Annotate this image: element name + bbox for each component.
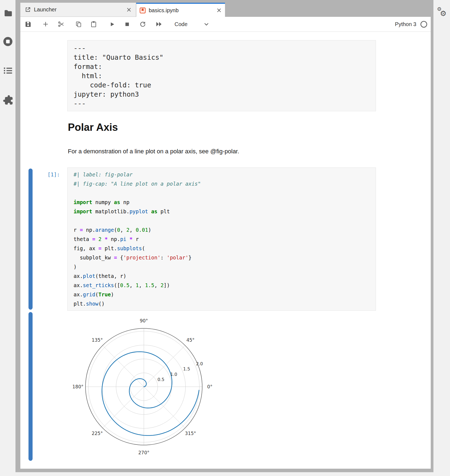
save-button[interactable] bbox=[24, 17, 31, 31]
tab-label: basics.ipynb bbox=[149, 7, 179, 14]
kernel-status-icon[interactable] bbox=[420, 21, 427, 28]
table-of-contents-icon[interactable] bbox=[2, 65, 13, 76]
file-browser-icon[interactable] bbox=[2, 8, 13, 18]
svg-text:1.0: 1.0 bbox=[170, 372, 177, 377]
code-cell-editor[interactable]: #| label: fig-polar#| fig-cap: "A line p… bbox=[67, 167, 376, 311]
interrupt-kernel-button[interactable] bbox=[123, 17, 131, 31]
cell-type-label: Code bbox=[175, 21, 188, 27]
insert-cell-button[interactable] bbox=[42, 17, 49, 31]
right-panel-strip: ⚙ ⚙ bbox=[433, 0, 450, 476]
svg-text:0.5: 0.5 bbox=[157, 377, 164, 382]
tab-bar: Launcher basics.ipynb bbox=[20, 3, 431, 17]
svg-text:270°: 270° bbox=[138, 450, 150, 455]
cut-cells-button[interactable] bbox=[58, 17, 65, 31]
yaml-cell[interactable]: --- title: "Quarto Basics" format: html:… bbox=[67, 40, 376, 111]
markdown-paragraph: For a demonstration of a line plot on a … bbox=[68, 148, 239, 155]
notebook-toolbar: Code Python 3 bbox=[20, 17, 431, 32]
window-frame: Launcher basics.ipynb bbox=[15, 0, 433, 472]
svg-text:315°: 315° bbox=[185, 431, 196, 436]
kernel-name[interactable]: Python 3 bbox=[395, 21, 416, 27]
markdown-heading: Polar Axis bbox=[68, 122, 118, 133]
execution-prompt: [1]: bbox=[47, 170, 64, 179]
svg-text:90°: 90° bbox=[140, 318, 148, 323]
extension-manager-icon[interactable] bbox=[2, 94, 13, 105]
restart-run-all-button[interactable] bbox=[156, 17, 163, 31]
cell-type-dropdown[interactable]: Code bbox=[171, 17, 212, 31]
close-icon[interactable] bbox=[126, 7, 132, 12]
gear-large-icon: ⚙ bbox=[440, 9, 446, 18]
kernel-indicator: Python 3 bbox=[395, 17, 427, 31]
svg-text:1.5: 1.5 bbox=[183, 366, 190, 372]
external-link-icon bbox=[25, 7, 31, 13]
copy-cells-button[interactable] bbox=[75, 17, 82, 31]
activity-bar bbox=[0, 0, 15, 476]
cell-collapser-input[interactable] bbox=[28, 169, 33, 310]
svg-text:2.0: 2.0 bbox=[196, 361, 203, 366]
svg-text:225°: 225° bbox=[92, 431, 103, 436]
jupyterlab-window: Launcher basics.ipynb bbox=[20, 3, 431, 469]
polar-plot-output: 0°45°90°135°180°225°270°315°0.51.01.52.0 bbox=[62, 312, 231, 465]
settings-gears-icon[interactable]: ⚙ ⚙ bbox=[437, 6, 448, 18]
svg-text:180°: 180° bbox=[72, 384, 84, 389]
cell-collapser-output[interactable] bbox=[28, 312, 33, 461]
paste-cells-button[interactable] bbox=[90, 17, 97, 31]
svg-text:0°: 0° bbox=[207, 384, 212, 389]
restart-kernel-button[interactable] bbox=[139, 17, 146, 31]
svg-text:135°: 135° bbox=[92, 337, 103, 343]
tab-label: Launcher bbox=[34, 7, 56, 13]
svg-text:45°: 45° bbox=[186, 337, 195, 343]
tab-notebook[interactable]: basics.ipynb bbox=[136, 3, 225, 17]
notebook-icon bbox=[140, 7, 146, 14]
running-sessions-icon[interactable] bbox=[2, 36, 13, 47]
close-icon[interactable] bbox=[216, 8, 222, 13]
tab-launcher[interactable]: Launcher bbox=[20, 3, 136, 17]
chevron-down-icon bbox=[204, 23, 209, 26]
run-cell-button[interactable] bbox=[109, 17, 116, 31]
notebook-panel: --- title: "Quarto Basics" format: html:… bbox=[20, 32, 431, 469]
